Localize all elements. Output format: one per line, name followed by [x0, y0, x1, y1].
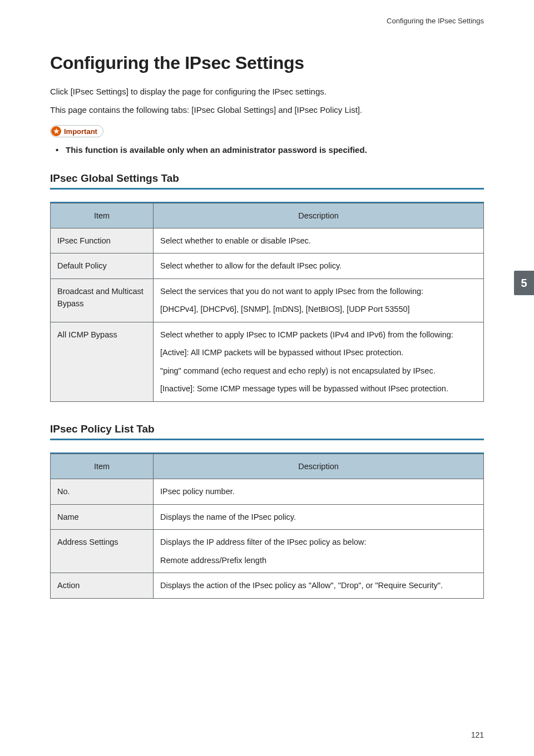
- table-row: All ICMP Bypass Select whether to apply …: [51, 322, 484, 401]
- page-number: 121: [471, 730, 484, 739]
- table-row: Name Displays the name of the IPsec poli…: [51, 504, 484, 529]
- col-header-desc: Description: [154, 203, 484, 228]
- important-badge: ★ Important: [50, 125, 103, 137]
- table-row: Action Displays the action of the IPsec …: [51, 573, 484, 598]
- section-rule: [50, 188, 484, 190]
- important-bullet: This function is available only when an …: [66, 144, 484, 157]
- intro-line-1: Click [IPsec Settings] to display the pa…: [50, 86, 484, 98]
- intro-line-2: This page contains the following tabs: […: [50, 104, 484, 117]
- col-header-item: Item: [51, 203, 154, 228]
- star-icon: ★: [51, 126, 61, 136]
- col-header-item: Item: [51, 454, 154, 479]
- running-head: Configuring the IPsec Settings: [50, 17, 484, 25]
- desc-text: IPsec policy number.: [160, 485, 477, 498]
- ipsec-policy-table: Item Description No. IPsec policy number…: [50, 454, 484, 599]
- important-list: This function is available only when an …: [50, 144, 484, 157]
- desc-cell: IPsec policy number.: [154, 479, 484, 504]
- section-title-global: IPsec Global Settings Tab: [50, 172, 484, 185]
- desc-cell: Displays the action of the IPsec policy …: [154, 573, 484, 598]
- desc-text: [DHCPv4], [DHCPv6], [SNMP], [mDNS], [Net…: [160, 303, 477, 315]
- desc-cell: Select whether to allow for the default …: [154, 253, 484, 278]
- desc-text: Remote address/Prefix length: [160, 554, 477, 566]
- col-header-desc: Description: [154, 454, 484, 479]
- important-label: Important: [64, 127, 97, 136]
- desc-text: Displays the action of the IPsec policy …: [160, 579, 477, 591]
- item-cell: No.: [51, 479, 154, 504]
- desc-text: Select whether to apply IPsec to ICMP pa…: [160, 329, 477, 341]
- desc-text: Displays the IP address filter of the IP…: [160, 536, 477, 548]
- desc-cell: Displays the IP address filter of the IP…: [154, 530, 484, 573]
- table-row: No. IPsec policy number.: [51, 479, 484, 504]
- table-row: Broadcast and Multicast Bypass Select th…: [51, 278, 484, 322]
- desc-text: Displays the name of the IPsec policy.: [160, 511, 477, 523]
- desc-cell: Displays the name of the IPsec policy.: [154, 504, 484, 529]
- item-cell: Broadcast and Multicast Bypass: [51, 278, 154, 322]
- item-cell: IPsec Function: [51, 228, 154, 253]
- item-cell: Name: [51, 504, 154, 529]
- table-row: Default Policy Select whether to allow f…: [51, 253, 484, 278]
- item-cell: Default Policy: [51, 253, 154, 278]
- desc-cell: Select the services that you do not want…: [154, 278, 484, 322]
- desc-cell: Select whether to enable or disable IPse…: [154, 228, 484, 253]
- desc-text: Select whether to allow for the default …: [160, 260, 477, 272]
- item-cell: Action: [51, 573, 154, 598]
- item-cell: Address Settings: [51, 530, 154, 573]
- page-title: Configuring the IPsec Settings: [50, 53, 484, 73]
- desc-cell: Select whether to apply IPsec to ICMP pa…: [154, 322, 484, 401]
- chapter-tab: 5: [514, 271, 534, 295]
- desc-text: [Active]: All ICMP packets will be bypas…: [160, 346, 477, 359]
- item-cell: All ICMP Bypass: [51, 322, 154, 401]
- section-rule: [50, 439, 484, 440]
- ipsec-global-table: Item Description IPsec Function Select w…: [50, 203, 484, 402]
- section-title-policy: IPsec Policy List Tab: [50, 423, 484, 435]
- desc-text: Select whether to enable or disable IPse…: [160, 235, 477, 247]
- desc-text: "ping" command (echo request and echo re…: [160, 365, 477, 377]
- desc-text: Select the services that you do not want…: [160, 285, 477, 297]
- table-row: IPsec Function Select whether to enable …: [51, 228, 484, 253]
- table-row: Address Settings Displays the IP address…: [51, 530, 484, 573]
- desc-text: [Inactive]: Some ICMP message types will…: [160, 382, 477, 395]
